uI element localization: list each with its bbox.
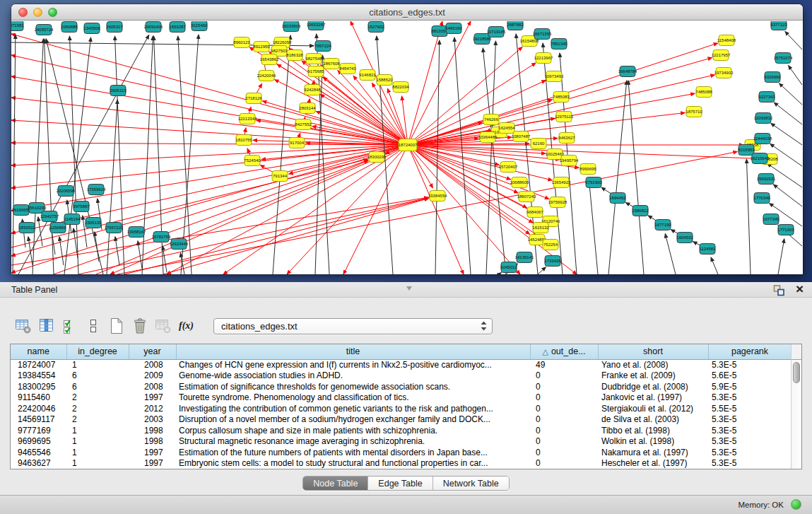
table-cell-pagerank[interactable]: 5.3E-5: [708, 436, 792, 448]
graph-node[interactable]: 8912955: [253, 42, 270, 52]
table-cell-name[interactable]: 9115460: [11, 392, 66, 404]
table-cell-pagerank[interactable]: 5.3E-5: [708, 414, 792, 426]
select-column-button[interactable]: [35, 316, 58, 336]
graph-node[interactable]: 2069888: [61, 22, 78, 33]
window-close-button[interactable]: [18, 8, 28, 17]
graph-node[interactable]: 15692931: [757, 174, 776, 185]
table-cell-in_degree[interactable]: 2: [66, 414, 129, 426]
graph-node[interactable]: 10719185: [487, 27, 506, 37]
graph-node[interactable]: 12213343: [238, 114, 257, 124]
graph-node[interactable]: 9377123: [770, 21, 787, 30]
table-cell-year[interactable]: 2009: [129, 370, 176, 382]
graph-node[interactable]: 9146821: [359, 70, 376, 81]
table-cell-short[interactable]: Hescheler et al. (1997): [598, 458, 708, 469]
table-row[interactable]: 977716911998Corpus callosum shape and si…: [11, 426, 792, 437]
graph-node[interactable]: 1653287: [169, 22, 186, 33]
graph-node[interactable]: 11548408: [717, 35, 736, 46]
graph-node[interactable]: 6791900: [585, 177, 602, 188]
table-cell-pagerank[interactable]: 5.6E-5: [708, 370, 792, 382]
table-cell-name[interactable]: 9465546: [11, 448, 66, 459]
table-cell-out_degree[interactable]: 0: [530, 370, 598, 382]
graph-node[interactable]: 16671355: [533, 29, 552, 40]
table-cell-title[interactable]: Changes of HCN gene expression and I(f) …: [176, 359, 530, 370]
table-cell-in_degree[interactable]: 1: [66, 426, 129, 437]
graph-node[interactable]: 1527602: [367, 22, 384, 33]
network-canvas[interactable]: 1872400789601238912955182260589827503165…: [11, 21, 803, 274]
graph-node[interactable]: 19384554: [428, 191, 447, 201]
graph-node[interactable]: 7524540: [244, 156, 261, 166]
table-row[interactable]: 946554611997Estimation of the future num…: [11, 448, 792, 459]
table-cell-pagerank[interactable]: 5.3E-5: [708, 392, 792, 404]
graph-node[interactable]: 1850511: [19, 223, 36, 233]
graph-node[interactable]: 9329966: [764, 72, 781, 83]
graph-node[interactable]: 13654923: [552, 177, 571, 188]
table-cell-in_degree[interactable]: 1: [66, 458, 129, 469]
table-cell-out_degree[interactable]: 0: [530, 436, 598, 448]
graph-node[interactable]: 1770349: [753, 193, 770, 204]
graph-node[interactable]: 1810755: [235, 135, 252, 146]
graph-node[interactable]: 9684067: [526, 207, 543, 218]
graph-node[interactable]: 19756928: [548, 197, 567, 208]
graph-node[interactable]: 9975887: [73, 201, 90, 212]
graph-node[interactable]: 1771003: [777, 225, 794, 235]
table-cell-out_degree[interactable]: 49: [530, 359, 598, 370]
tab-edge-table[interactable]: Edge Table: [367, 477, 432, 490]
graph-node[interactable]: 9115460: [192, 21, 208, 31]
column-header-name[interactable]: name: [11, 344, 66, 359]
table-selector[interactable]: citations_edges.txt: [213, 318, 493, 334]
graph-node[interactable]: 13958167: [127, 227, 146, 238]
graph-node[interactable]: 12923446: [170, 239, 189, 250]
graph-node[interactable]: 1588520: [376, 75, 393, 86]
column-header-title[interactable]: title: [176, 344, 530, 359]
graph-node[interactable]: 12217957: [712, 50, 731, 61]
column-header-short[interactable]: short: [598, 344, 708, 359]
memory-indicator[interactable]: [791, 499, 801, 510]
graph-node[interactable]: 14136141: [515, 252, 534, 263]
table-cell-in_degree[interactable]: 1: [66, 436, 129, 448]
table-cell-short[interactable]: Franke et al. (2009): [598, 370, 708, 382]
graph-node[interactable]: 18300295: [367, 152, 387, 163]
table-cell-out_degree[interactable]: 0: [530, 426, 598, 437]
graph-node[interactable]: 16210643: [751, 153, 770, 164]
table-cell-short[interactable]: Jankovic et al. (1997): [598, 392, 708, 404]
graph-node[interactable]: 10364486: [478, 132, 498, 143]
graph-node[interactable]: 7851345: [551, 39, 567, 49]
network-graph[interactable]: 1872400789601238912955182260589827503165…: [11, 21, 803, 274]
table-cell-title[interactable]: Estimation of significance thresholds fo…: [176, 382, 530, 393]
table-cell-out_degree[interactable]: 0: [530, 458, 598, 469]
table-cell-out_degree[interactable]: 0: [530, 448, 598, 459]
table-cell-title[interactable]: Structural magnetic resonance image aver…: [176, 436, 530, 448]
graph-node[interactable]: 7485083: [553, 92, 570, 103]
graph-node[interactable]: 1156869: [50, 223, 67, 233]
graph-node[interactable]: 16033809: [282, 21, 301, 32]
graph-node[interactable]: 1677190: [654, 220, 671, 230]
create-table-button[interactable]: [105, 316, 128, 336]
graph-node[interactable]: 9245012: [500, 262, 517, 273]
graph-node[interactable]: 1624554: [498, 123, 515, 134]
graph-node[interactable]: 12444158: [753, 134, 772, 144]
table-cell-short[interactable]: Nakamura et al. (1997): [598, 448, 708, 459]
graph-node[interactable]: 19734903: [714, 68, 734, 78]
table-row[interactable]: 1872400712008Changes of HCN gene express…: [11, 359, 792, 370]
tab-network-table[interactable]: Network Table: [433, 477, 509, 490]
graph-node[interactable]: 12093832: [754, 113, 773, 124]
table-row[interactable]: 946362711997Embryonic stem cells: a mode…: [11, 458, 792, 469]
scrollbar-thumb[interactable]: [793, 362, 800, 383]
network-window-titlebar[interactable]: citations_edges.txt: [11, 4, 803, 21]
graph-node[interactable]: 62160: [531, 139, 546, 149]
graph-node[interactable]: 12942757: [40, 211, 59, 222]
function-builder-button[interactable]: f(x): [175, 316, 198, 336]
window-minimize-button[interactable]: [33, 8, 42, 17]
graph-node[interactable]: 1124581: [700, 244, 717, 255]
graph-node[interactable]: 20691406: [144, 22, 163, 33]
graph-node[interactable]: 24055724: [35, 25, 54, 35]
table-cell-year[interactable]: 1997: [129, 392, 176, 404]
table-cell-title[interactable]: Tourette syndrome. Phenomenology and cla…: [176, 392, 530, 404]
table-cell-year[interactable]: 2008: [129, 359, 176, 370]
table-cell-pagerank[interactable]: 5.9E-5: [708, 382, 792, 393]
table-cell-short[interactable]: Stergiakouli et al. (2012): [598, 404, 708, 415]
table-cell-title[interactable]: Disruption of a novel member of a sodium…: [176, 414, 530, 426]
graph-node[interactable]: 1145194: [64, 214, 81, 225]
delete-selected-button[interactable]: [128, 316, 151, 336]
table-cell-name[interactable]: 22420046: [11, 404, 66, 415]
